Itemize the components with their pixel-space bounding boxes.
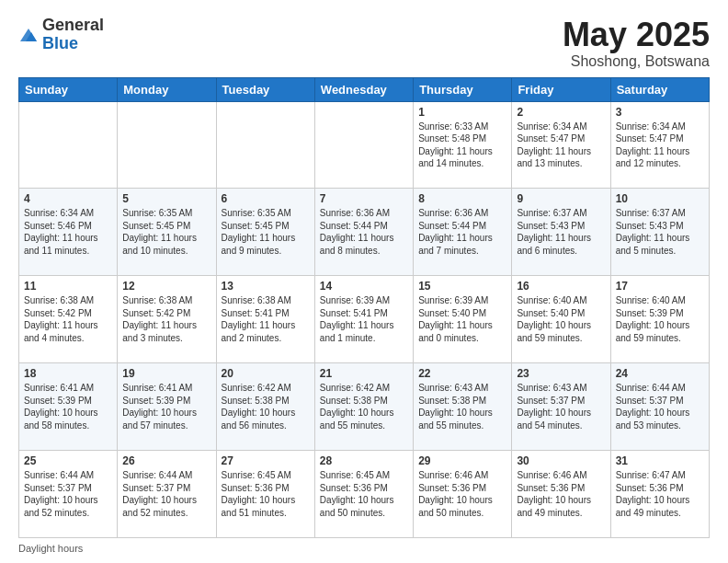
calendar-cell <box>216 101 314 189</box>
day-number: 28 <box>320 454 408 467</box>
cell-info: Sunrise: 6:42 AM Sunset: 5:38 PM Dayligh… <box>222 382 310 431</box>
logo-blue-text: Blue <box>42 34 78 52</box>
day-header: Thursday <box>414 77 512 101</box>
title-block: May 2025 Shoshong, Botswana <box>563 17 710 70</box>
cell-info: Sunrise: 6:34 AM Sunset: 5:46 PM Dayligh… <box>24 207 112 257</box>
cell-info: Sunrise: 6:46 AM Sunset: 5:36 PM Dayligh… <box>517 469 605 519</box>
calendar-cell: 8Sunrise: 6:36 AM Sunset: 5:44 PM Daylig… <box>414 189 512 276</box>
location: Shoshong, Botswana <box>563 53 710 70</box>
cell-info: Sunrise: 6:44 AM Sunset: 5:37 PM Dayligh… <box>24 469 112 519</box>
calendar-cell: 28Sunrise: 6:45 AM Sunset: 5:36 PM Dayli… <box>314 451 413 538</box>
day-number: 18 <box>24 367 112 380</box>
day-number: 14 <box>320 280 408 293</box>
calendar-cell <box>314 101 413 189</box>
day-header: Tuesday <box>216 77 314 101</box>
day-number: 26 <box>122 454 210 467</box>
day-header: Wednesday <box>314 77 413 101</box>
calendar-cell: 1Sunrise: 6:33 AM Sunset: 5:48 PM Daylig… <box>414 101 512 189</box>
day-header: Saturday <box>610 77 709 101</box>
cell-info: Sunrise: 6:44 AM Sunset: 5:37 PM Dayligh… <box>616 382 704 431</box>
calendar-cell: 12Sunrise: 6:38 AM Sunset: 5:42 PM Dayli… <box>118 276 216 363</box>
day-header: Monday <box>118 77 216 101</box>
calendar-cell: 14Sunrise: 6:39 AM Sunset: 5:41 PM Dayli… <box>314 276 413 363</box>
day-number: 25 <box>24 454 112 467</box>
cell-info: Sunrise: 6:45 AM Sunset: 5:36 PM Dayligh… <box>320 469 408 519</box>
calendar-cell: 10Sunrise: 6:37 AM Sunset: 5:43 PM Dayli… <box>610 189 709 276</box>
calendar-cell: 15Sunrise: 6:39 AM Sunset: 5:40 PM Dayli… <box>414 276 512 363</box>
footer: Daylight hours <box>18 543 710 554</box>
day-number: 24 <box>616 367 704 380</box>
logo-general-text: General <box>42 16 104 34</box>
cell-info: Sunrise: 6:41 AM Sunset: 5:39 PM Dayligh… <box>24 382 112 431</box>
calendar-cell: 2Sunrise: 6:34 AM Sunset: 5:47 PM Daylig… <box>512 101 610 189</box>
day-number: 23 <box>517 367 605 380</box>
daylight-hours-label: Daylight hours <box>18 543 83 554</box>
cell-info: Sunrise: 6:39 AM Sunset: 5:41 PM Dayligh… <box>320 294 408 344</box>
calendar-cell: 27Sunrise: 6:45 AM Sunset: 5:36 PM Dayli… <box>216 451 314 538</box>
cell-info: Sunrise: 6:35 AM Sunset: 5:45 PM Dayligh… <box>222 207 310 257</box>
day-number: 15 <box>418 280 506 293</box>
cell-info: Sunrise: 6:39 AM Sunset: 5:40 PM Dayligh… <box>418 294 506 344</box>
day-number: 8 <box>418 192 506 205</box>
calendar-cell: 21Sunrise: 6:42 AM Sunset: 5:38 PM Dayli… <box>314 363 413 451</box>
logo-icon <box>18 25 39 45</box>
cell-info: Sunrise: 6:36 AM Sunset: 5:44 PM Dayligh… <box>418 207 506 257</box>
day-number: 21 <box>320 367 408 380</box>
calendar-cell <box>118 101 216 189</box>
cell-info: Sunrise: 6:34 AM Sunset: 5:47 PM Dayligh… <box>616 121 704 170</box>
day-number: 17 <box>616 280 704 293</box>
calendar-cell: 31Sunrise: 6:47 AM Sunset: 5:36 PM Dayli… <box>610 451 709 538</box>
cell-info: Sunrise: 6:42 AM Sunset: 5:38 PM Dayligh… <box>320 382 408 431</box>
calendar-table: SundayMondayTuesdayWednesdayThursdayFrid… <box>18 77 710 538</box>
day-number: 3 <box>616 106 704 119</box>
cell-info: Sunrise: 6:43 AM Sunset: 5:37 PM Dayligh… <box>517 382 605 431</box>
day-number: 16 <box>517 280 605 293</box>
day-header: Friday <box>512 77 610 101</box>
calendar-cell: 29Sunrise: 6:46 AM Sunset: 5:36 PM Dayli… <box>414 451 512 538</box>
cell-info: Sunrise: 6:41 AM Sunset: 5:39 PM Dayligh… <box>122 382 210 431</box>
cell-info: Sunrise: 6:38 AM Sunset: 5:42 PM Dayligh… <box>24 294 112 344</box>
calendar-cell: 11Sunrise: 6:38 AM Sunset: 5:42 PM Dayli… <box>19 276 118 363</box>
day-number: 6 <box>222 192 310 205</box>
cell-info: Sunrise: 6:37 AM Sunset: 5:43 PM Dayligh… <box>616 207 704 257</box>
cell-info: Sunrise: 6:46 AM Sunset: 5:36 PM Dayligh… <box>418 469 506 519</box>
cell-info: Sunrise: 6:35 AM Sunset: 5:45 PM Dayligh… <box>122 207 210 257</box>
cell-info: Sunrise: 6:45 AM Sunset: 5:36 PM Dayligh… <box>222 469 310 519</box>
calendar-cell: 25Sunrise: 6:44 AM Sunset: 5:37 PM Dayli… <box>19 451 118 538</box>
day-number: 12 <box>122 280 210 293</box>
calendar-cell: 24Sunrise: 6:44 AM Sunset: 5:37 PM Dayli… <box>610 363 709 451</box>
cell-info: Sunrise: 6:38 AM Sunset: 5:41 PM Dayligh… <box>222 294 310 344</box>
calendar-cell <box>19 101 118 189</box>
calendar-cell: 30Sunrise: 6:46 AM Sunset: 5:36 PM Dayli… <box>512 451 610 538</box>
calendar-cell: 6Sunrise: 6:35 AM Sunset: 5:45 PM Daylig… <box>216 189 314 276</box>
day-number: 5 <box>122 192 210 205</box>
calendar-cell: 17Sunrise: 6:40 AM Sunset: 5:39 PM Dayli… <box>610 276 709 363</box>
calendar-cell: 19Sunrise: 6:41 AM Sunset: 5:39 PM Dayli… <box>118 363 216 451</box>
day-number: 11 <box>24 280 112 293</box>
day-number: 22 <box>418 367 506 380</box>
calendar-cell: 4Sunrise: 6:34 AM Sunset: 5:46 PM Daylig… <box>19 189 118 276</box>
calendar-cell: 18Sunrise: 6:41 AM Sunset: 5:39 PM Dayli… <box>19 363 118 451</box>
day-number: 2 <box>517 106 605 119</box>
day-number: 4 <box>24 192 112 205</box>
cell-info: Sunrise: 6:36 AM Sunset: 5:44 PM Dayligh… <box>320 207 408 257</box>
day-number: 20 <box>222 367 310 380</box>
calendar-cell: 16Sunrise: 6:40 AM Sunset: 5:40 PM Dayli… <box>512 276 610 363</box>
logo: General Blue <box>18 17 104 53</box>
cell-info: Sunrise: 6:44 AM Sunset: 5:37 PM Dayligh… <box>122 469 210 519</box>
calendar-cell: 22Sunrise: 6:43 AM Sunset: 5:38 PM Dayli… <box>414 363 512 451</box>
day-number: 31 <box>616 454 704 467</box>
calendar-cell: 20Sunrise: 6:42 AM Sunset: 5:38 PM Dayli… <box>216 363 314 451</box>
day-number: 30 <box>517 454 605 467</box>
day-number: 10 <box>616 192 704 205</box>
calendar-cell: 7Sunrise: 6:36 AM Sunset: 5:44 PM Daylig… <box>314 189 413 276</box>
day-number: 7 <box>320 192 408 205</box>
cell-info: Sunrise: 6:38 AM Sunset: 5:42 PM Dayligh… <box>122 294 210 344</box>
calendar-cell: 5Sunrise: 6:35 AM Sunset: 5:45 PM Daylig… <box>118 189 216 276</box>
cell-info: Sunrise: 6:40 AM Sunset: 5:39 PM Dayligh… <box>616 294 704 344</box>
page: General Blue May 2025 Shoshong, Botswana… <box>0 0 728 563</box>
cell-info: Sunrise: 6:40 AM Sunset: 5:40 PM Dayligh… <box>517 294 605 344</box>
header: General Blue May 2025 Shoshong, Botswana <box>18 17 710 70</box>
calendar-cell: 23Sunrise: 6:43 AM Sunset: 5:37 PM Dayli… <box>512 363 610 451</box>
cell-info: Sunrise: 6:34 AM Sunset: 5:47 PM Dayligh… <box>517 121 605 170</box>
